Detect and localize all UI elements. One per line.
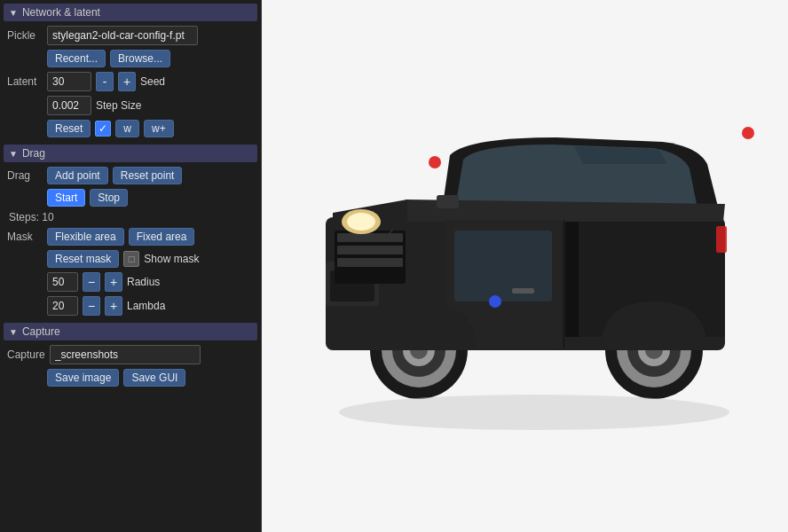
- radius-minus-button[interactable]: −: [83, 272, 100, 292]
- capture-section-label: Capture: [22, 325, 60, 338]
- w-checkbox[interactable]: ✓: [95, 121, 111, 137]
- lambda-minus-button[interactable]: −: [83, 296, 100, 316]
- latent-row: Latent - + Seed: [4, 72, 257, 91]
- start-stop-row: Start Stop: [4, 189, 257, 207]
- drag-arrow-icon: ▼: [9, 149, 18, 159]
- radius-plus-button[interactable]: +: [105, 272, 122, 292]
- drag-row-label: Drag: [7, 169, 43, 182]
- capture-section-header[interactable]: ▼ Capture: [4, 323, 257, 340]
- save-buttons-row: Save image Save GUI: [4, 369, 257, 387]
- seed-label: Seed: [140, 75, 165, 88]
- svg-rect-11: [454, 231, 552, 301]
- mask-label: Mask: [7, 231, 43, 243]
- stop-button[interactable]: Stop: [90, 189, 128, 207]
- radius-input[interactable]: [47, 272, 78, 292]
- wplus-button[interactable]: w+: [144, 120, 174, 137]
- mask-controls-row: Reset mask □ Show mask: [4, 250, 257, 268]
- step-size-label: Step Size: [96, 99, 141, 112]
- svg-rect-12: [563, 220, 564, 348]
- drag-section-content: Drag Add point Reset point Start Stop St…: [4, 167, 257, 316]
- reset-row: Reset ✓ w w+: [4, 120, 257, 137]
- add-reset-point-row: Drag Add point Reset point: [4, 167, 257, 184]
- mask-areas-row: Mask Flexible area Fixed area: [4, 228, 257, 246]
- svg-rect-3: [565, 222, 579, 337]
- drag-section-label: Drag: [22, 147, 45, 160]
- svg-rect-7: [337, 233, 403, 242]
- reset-point-button[interactable]: Reset point: [113, 167, 183, 184]
- step-size-input[interactable]: [47, 96, 91, 115]
- step-size-row: Step Size: [4, 96, 257, 115]
- network-arrow-icon: ▼: [9, 8, 18, 18]
- drag-section-header[interactable]: ▼ Drag: [4, 145, 257, 162]
- pickle-buttons-row: Recent... Browse...: [4, 50, 257, 67]
- svg-rect-26: [716, 226, 727, 253]
- show-mask-label: Show mask: [144, 253, 199, 265]
- lambda-row: − + Lambda: [4, 296, 257, 316]
- latent-input[interactable]: [47, 72, 91, 91]
- svg-point-25: [347, 213, 375, 231]
- pickle-label: Pickle: [7, 29, 43, 42]
- network-section-label: Network & latent: [22, 6, 100, 19]
- capture-path-row: Capture: [4, 345, 257, 364]
- radius-row: − + Radius: [4, 272, 257, 292]
- drag-point-blue-1[interactable]: [489, 295, 501, 308]
- browse-button[interactable]: Browse...: [110, 50, 170, 67]
- svg-rect-28: [512, 288, 534, 293]
- truck-image-container[interactable]: ↙: [262, 0, 788, 532]
- svg-rect-8: [337, 246, 403, 254]
- radius-label: Radius: [127, 276, 160, 288]
- svg-point-27: [339, 395, 729, 430]
- show-mask-checkbox[interactable]: □: [123, 251, 139, 267]
- pickle-row: Pickle: [4, 26, 257, 45]
- lambda-plus-button[interactable]: +: [105, 296, 122, 316]
- left-panel: ▼ Network & latent Pickle Recent... Brow…: [0, 0, 262, 532]
- flexible-area-button[interactable]: Flexible area: [47, 228, 124, 246]
- image-area[interactable]: ↙: [262, 0, 788, 532]
- reset-button[interactable]: Reset: [47, 120, 91, 137]
- network-section-content: Pickle Recent... Browse... Latent - + Se…: [4, 26, 257, 137]
- w-button[interactable]: w: [115, 120, 139, 137]
- network-section-header[interactable]: ▼ Network & latent: [4, 4, 257, 21]
- drag-point-red-1[interactable]: [429, 156, 441, 168]
- capture-section-content: Capture Save image Save GUI: [4, 345, 257, 387]
- drag-point-red-2[interactable]: [742, 127, 754, 139]
- truck-image: [272, 75, 778, 457]
- capture-path-input[interactable]: [50, 345, 201, 364]
- lambda-label: Lambda: [127, 300, 165, 312]
- svg-rect-23: [437, 195, 459, 208]
- steps-text: Steps: 10: [4, 211, 257, 223]
- latent-plus-button[interactable]: +: [118, 72, 136, 91]
- recent-button[interactable]: Recent...: [47, 50, 106, 67]
- save-image-button[interactable]: Save image: [47, 369, 119, 387]
- capture-arrow-icon: ▼: [9, 327, 18, 337]
- start-button[interactable]: Start: [47, 189, 85, 207]
- svg-rect-9: [337, 258, 403, 267]
- latent-label: Latent: [7, 75, 43, 88]
- pickle-input[interactable]: [47, 26, 198, 45]
- add-point-button[interactable]: Add point: [47, 167, 108, 184]
- capture-row-label: Capture: [7, 348, 45, 361]
- lambda-input[interactable]: [47, 296, 78, 316]
- reset-mask-button[interactable]: Reset mask: [47, 250, 119, 268]
- fixed-area-button[interactable]: Fixed area: [129, 228, 195, 246]
- latent-minus-button[interactable]: -: [96, 72, 114, 91]
- save-gui-button[interactable]: Save GUI: [123, 369, 185, 387]
